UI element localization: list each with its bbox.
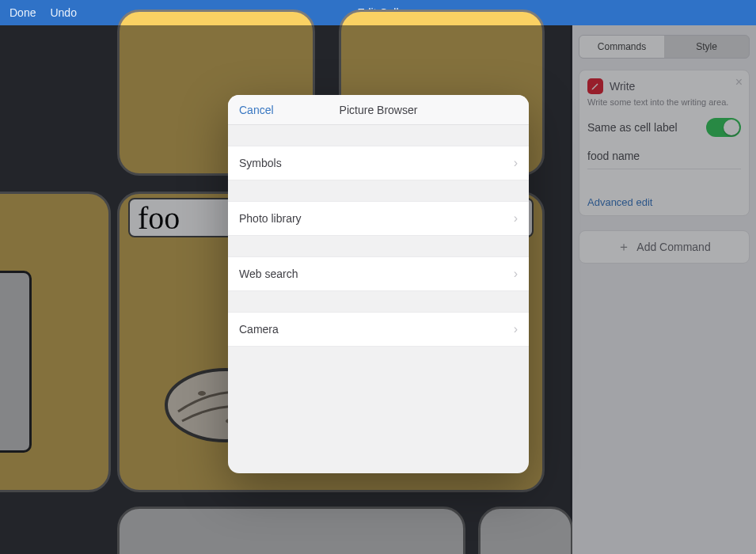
undo-button[interactable]: Undo [50, 6, 76, 19]
cancel-button[interactable]: Cancel [239, 104, 274, 116]
list-item-label: Web search [239, 268, 298, 280]
picture-source-symbols[interactable]: Symbols › [228, 146, 529, 180]
done-button[interactable]: Done [9, 6, 36, 19]
modal-title: Picture Browser [340, 104, 418, 116]
list-item-label: Photo library [239, 212, 302, 225]
chevron-right-icon: › [514, 211, 518, 226]
list-item-label: Symbols [239, 157, 282, 169]
chevron-right-icon: › [514, 322, 518, 336]
picture-browser-modal: Cancel Picture Browser Symbols › Photo l… [228, 95, 529, 473]
picture-source-camera[interactable]: Camera › [228, 312, 529, 347]
picture-source-web-search[interactable]: Web search › [228, 256, 529, 291]
chevron-right-icon: › [514, 267, 518, 281]
list-item-label: Camera [239, 323, 279, 336]
picture-source-photo-library[interactable]: Photo library › [228, 201, 529, 236]
chevron-right-icon: › [514, 156, 518, 170]
